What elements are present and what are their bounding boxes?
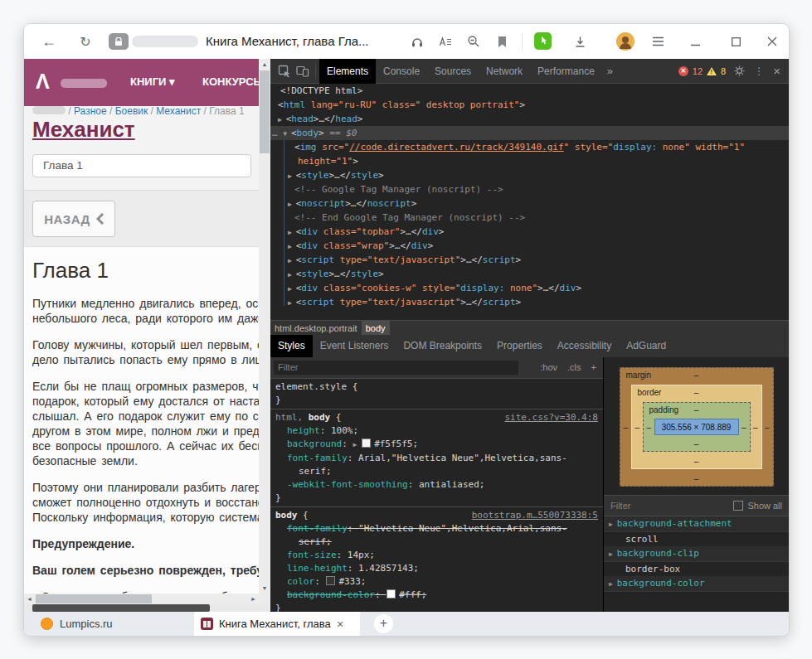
border-top-value[interactable]: – xyxy=(694,388,699,397)
rule-selector[interactable]: element.style { xyxy=(270,380,603,394)
nav-contests[interactable]: КОНКУРСЫ xyxy=(202,75,259,88)
profile-avatar[interactable] xyxy=(616,32,635,51)
devtools-tab-elements[interactable]: Elements xyxy=(319,59,376,84)
color-swatch[interactable] xyxy=(387,589,396,598)
dom-tree-line[interactable]: ▶ <noscript>…</noscript> xyxy=(270,196,789,211)
inspect-element-icon[interactable] xyxy=(275,59,294,84)
scroll-up-arrow[interactable]: ▲ xyxy=(259,59,270,70)
border-right-value[interactable]: – xyxy=(753,423,758,432)
tab-lumpics[interactable]: Lumpics.ru xyxy=(41,612,113,636)
border-left-value[interactable]: – xyxy=(635,423,640,432)
computed-filter-input[interactable]: Filter xyxy=(610,496,630,516)
hover-state-toggle[interactable]: :hov xyxy=(540,357,557,378)
show-all-checkbox[interactable] xyxy=(733,501,743,511)
border-bottom-value[interactable]: – xyxy=(694,457,699,466)
dom-tree-line[interactable]: ▶ <script type="text/javascript">…</scri… xyxy=(270,295,789,309)
devtools-close-icon[interactable]: × xyxy=(770,64,784,78)
dom-tree-line[interactable]: height="1"> xyxy=(270,154,789,168)
css-property[interactable]: font-size: 14px; xyxy=(275,549,598,562)
panel-tab-styles[interactable]: Styles xyxy=(270,335,313,357)
computed-property[interactable]: ▶ background-color xyxy=(604,576,789,592)
crumb-body[interactable]: body xyxy=(362,321,390,336)
dom-tree-line[interactable]: <!DOCTYPE html> xyxy=(270,84,789,98)
nav-books[interactable]: КНИГИ ▾ xyxy=(130,75,175,88)
listen-icon[interactable] xyxy=(407,24,427,59)
breadcrumb-link[interactable]: Разное xyxy=(74,105,107,117)
devtools-tab-sources[interactable]: Sources xyxy=(427,59,479,84)
computed-property[interactable]: ▶ background-attachmentscroll xyxy=(604,516,789,546)
tab-close-icon[interactable]: × xyxy=(337,618,343,631)
page-vertical-scrollbar[interactable]: ▲ ▼ xyxy=(259,59,270,594)
rule-selector[interactable]: html, bodysite.css?v=30.4:8 { xyxy=(270,411,603,424)
panel-tab-adguard[interactable]: AdGuard xyxy=(619,335,673,357)
css-property[interactable]: background: ▶ #f5f5f5; xyxy=(275,438,598,452)
reader-mode-icon[interactable] xyxy=(435,24,455,59)
dom-tree-line[interactable]: ▶ <style>…</style> xyxy=(270,267,789,281)
tab-book-active[interactable]: Книга Механист, глава × xyxy=(194,612,360,636)
margin-right-value[interactable]: – xyxy=(765,423,770,432)
site-logo[interactable]: Λ xyxy=(36,70,50,94)
zoom-search-icon[interactable] xyxy=(464,24,484,59)
css-property[interactable]: color: #333; xyxy=(275,575,598,589)
panel-tab-event-listeners[interactable]: Event Listeners xyxy=(313,335,396,357)
css-property[interactable]: background-color: #fff; xyxy=(275,589,598,602)
more-tabs-chevron[interactable]: » xyxy=(602,65,618,77)
rule-selector[interactable]: bodybootstrap.m…550073338:5 { xyxy=(270,509,603,522)
error-icon[interactable]: ✕ xyxy=(678,66,688,76)
dom-tree-line[interactable]: <!-- End Google Tag Manager (noscript) -… xyxy=(270,211,789,225)
stylesheet-link[interactable]: bootstrap.m…550073338:5 xyxy=(472,509,598,522)
scroll-down-arrow[interactable]: ▼ xyxy=(259,583,270,594)
dom-tree-line[interactable]: … ▼ <body> == $0 xyxy=(270,126,789,140)
new-tab-button[interactable]: + xyxy=(374,614,393,633)
vertical-scroll-thumb[interactable] xyxy=(260,70,270,153)
margin-left-value[interactable]: – xyxy=(624,423,629,432)
padding-bottom-value[interactable]: – xyxy=(694,439,699,448)
error-count[interactable]: 12 xyxy=(693,66,703,76)
computed-property[interactable]: ▶ background-clipborder-box xyxy=(604,546,789,576)
color-swatch[interactable] xyxy=(362,439,371,448)
scroll-left-arrow[interactable]: ◄ xyxy=(24,594,35,604)
dom-tree-line[interactable]: ▶ <div class="topbar">…</div> xyxy=(270,225,789,239)
devtools-tab-performance[interactable]: Performance xyxy=(530,59,602,84)
maximize-button[interactable] xyxy=(724,24,747,59)
dom-tree-line[interactable]: ▶ <style>…</style> xyxy=(270,168,789,182)
panel-tab-dom-breakpoints[interactable]: DOM Breakpoints xyxy=(396,335,489,357)
minimize-button[interactable] xyxy=(683,24,707,59)
back-to-book-button[interactable]: НАЗАД xyxy=(32,201,115,237)
settings-gear-icon[interactable] xyxy=(730,59,748,84)
box-model[interactable]: margin – – – – border – – – – padding xyxy=(620,367,774,487)
devtools-tab-network[interactable]: Network xyxy=(479,59,530,84)
padding-top-value[interactable]: – xyxy=(694,405,699,414)
new-rule-button[interactable]: + xyxy=(591,357,596,378)
css-property[interactable]: height: 100%; xyxy=(275,424,598,438)
devtools-menu-icon[interactable]: ⋮ xyxy=(752,65,766,77)
panel-tab-accessibility[interactable]: Accessibility xyxy=(550,335,619,357)
warning-count[interactable]: 8 xyxy=(721,66,726,76)
css-property[interactable]: -webkit-font-smoothing: antialiased; xyxy=(275,478,598,492)
margin-bottom-value[interactable]: – xyxy=(694,474,699,483)
device-toolbar-icon[interactable] xyxy=(294,59,312,84)
dom-tree-line[interactable]: ▶ <script type="text/javascript">…</scri… xyxy=(270,253,789,267)
downloads-icon[interactable] xyxy=(570,24,590,59)
reload-button[interactable]: ↻ xyxy=(75,24,95,59)
warning-icon[interactable]: ! xyxy=(707,67,717,75)
devtools-tab-console[interactable]: Console xyxy=(376,59,427,84)
bookmark-icon[interactable] xyxy=(492,24,512,59)
menu-icon[interactable] xyxy=(648,24,668,59)
back-button[interactable]: ← xyxy=(39,24,59,59)
dom-tree-line[interactable]: ▶ <div class="wrap">…</div> xyxy=(270,239,789,253)
chapter-select[interactable]: Глава 1 xyxy=(32,154,251,177)
extension-icon[interactable] xyxy=(534,32,552,50)
panel-tab-properties[interactable]: Properties xyxy=(489,335,550,357)
content-dimensions[interactable]: 305.556 × 708.889 xyxy=(662,423,732,432)
horizontal-scroll-thumb[interactable] xyxy=(36,594,152,603)
dom-tree-line[interactable]: ▶ <head>…</head> xyxy=(270,112,789,126)
margin-top-value[interactable]: – xyxy=(694,371,699,380)
dom-tree-line[interactable]: <html lang="ru-RU" class=" desktop portr… xyxy=(270,98,789,112)
dom-tree-line[interactable]: <img src="//code.directadvert.ru/track/3… xyxy=(270,140,789,154)
breadcrumb-link[interactable]: Боевик xyxy=(115,105,148,117)
stylesheet-link[interactable]: site.css?v=30.4:8 xyxy=(504,411,598,424)
lock-icon[interactable] xyxy=(109,33,129,50)
dom-tree-line[interactable]: ▶ <div class="cookies-w" style="display:… xyxy=(270,281,789,295)
color-swatch[interactable] xyxy=(326,576,335,585)
